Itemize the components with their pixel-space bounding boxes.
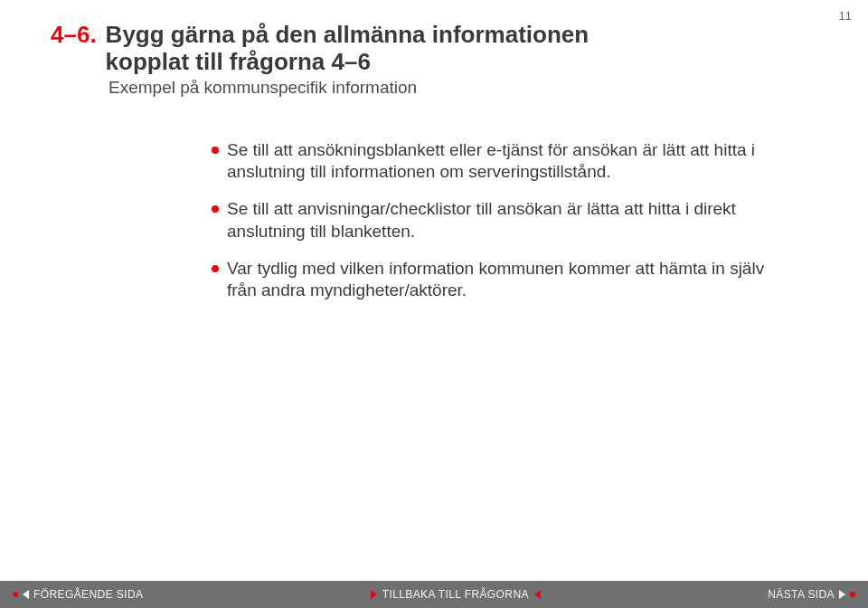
chevron-right-icon bbox=[839, 590, 845, 599]
heading-prefix: 4–6. bbox=[51, 22, 97, 49]
page: 11 4–6. Bygg gärna på den allmänna infor… bbox=[0, 0, 868, 608]
subtitle: Exempel på kommunspecifik information bbox=[108, 78, 817, 98]
list-item: Se till att anvisningar/checklistor till… bbox=[212, 198, 790, 242]
page-number: 11 bbox=[839, 9, 852, 23]
bullet-list: Se till att ansökningsblankett eller e-t… bbox=[212, 139, 790, 302]
prev-label: FÖREGÅENDE SIDA bbox=[33, 588, 143, 601]
heading-line1: Bygg gärna på den allmänna informationen bbox=[106, 22, 590, 49]
footer-nav: FÖREGÅENDE SIDA TILLBAKA TILL FRÅGORNA N… bbox=[0, 581, 868, 608]
chevron-right-icon bbox=[371, 590, 377, 599]
bullet-icon bbox=[850, 592, 855, 597]
back-to-questions-link[interactable]: TILLBAKA TILL FRÅGORNA bbox=[371, 588, 541, 601]
list-item: Se till att ansökningsblankett eller e-t… bbox=[212, 139, 790, 184]
next-page-link[interactable]: NÄSTA SIDA bbox=[768, 588, 855, 601]
back-label: TILLBAKA TILL FRÅGORNA bbox=[382, 588, 529, 601]
bullet-icon bbox=[13, 592, 18, 597]
chevron-left-icon bbox=[23, 590, 29, 599]
list-item: Var tydlig med vilken information kommun… bbox=[212, 258, 790, 302]
heading: 4–6. Bygg gärna på den allmänna informat… bbox=[51, 22, 817, 76]
bullet-text: Var tydlig med vilken information kommun… bbox=[227, 258, 790, 302]
bullet-text: Se till att ansökningsblankett eller e-t… bbox=[227, 139, 790, 184]
chevron-left-icon bbox=[534, 590, 541, 599]
prev-page-link[interactable]: FÖREGÅENDE SIDA bbox=[13, 588, 143, 601]
bullet-icon bbox=[212, 147, 219, 154]
bullet-text: Se till att anvisningar/checklistor till… bbox=[227, 198, 790, 242]
heading-text: Bygg gärna på den allmänna informationen… bbox=[106, 22, 590, 76]
bullet-icon bbox=[212, 265, 219, 272]
bullet-icon bbox=[212, 205, 219, 213]
next-label: NÄSTA SIDA bbox=[768, 588, 835, 601]
heading-line2: kopplat till frågorna 4–6 bbox=[106, 49, 590, 76]
